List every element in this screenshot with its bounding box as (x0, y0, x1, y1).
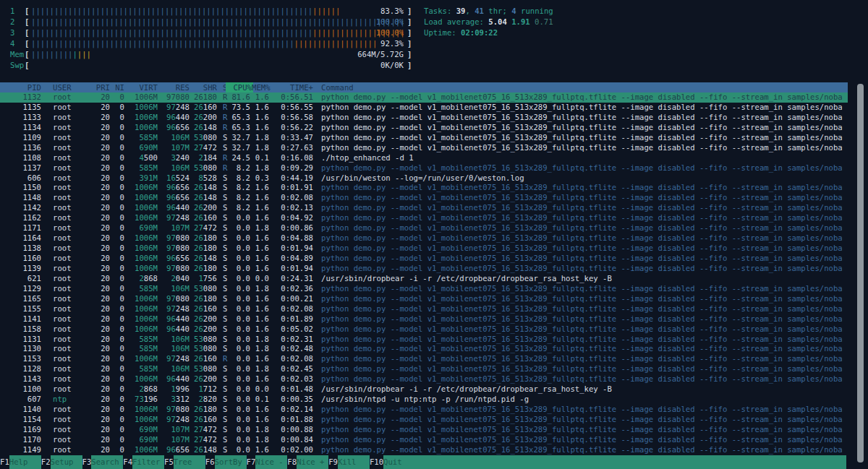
mem-pct-cell: 1.8 (252, 284, 269, 294)
fkey-f5-tree[interactable]: F5Tree (164, 455, 205, 469)
priority-cell: 20 (80, 113, 110, 123)
process-row-1154[interactable]: 1154root2001006M9724826160S0.01.60:01.88… (0, 415, 848, 425)
process-row-1170[interactable]: 1170root200690M107M27472S0.01.80:00.84py… (0, 435, 848, 445)
command-cell: python demo.py --model v1_mobilenet075_1… (321, 415, 849, 425)
shr-cell: 53080 (190, 163, 217, 173)
process-row-1129[interactable]: 1129root200585M106M53080S0.01.80:02.36py… (0, 284, 848, 294)
fkey-label: F10 (370, 455, 383, 469)
process-row-1134[interactable]: 1134root2001006M9665626148R65.31.60:56.2… (0, 123, 848, 133)
fkey-f4-filter[interactable]: F4Filter (123, 455, 164, 469)
process-row-1132[interactable]: 1132root2001006M9708026180R81.61.60:56.5… (0, 92, 848, 103)
fkey-label: F3 (82, 455, 92, 469)
column-header-pri[interactable]: PRI (80, 82, 110, 92)
shr-cell: 26180 (190, 233, 217, 244)
pid-cell: 1155 (0, 304, 41, 314)
priority-cell: 20 (80, 335, 110, 345)
process-row-1128[interactable]: 1128root200585M106M53080S0.01.80:02.45py… (0, 364, 848, 374)
priority-cell: 20 (80, 183, 110, 193)
fkey-f6-sortby[interactable]: F6SortBy (205, 455, 247, 469)
process-row-1138[interactable]: 1138root2001006M9708026180S0.01.60:01.94… (0, 244, 848, 254)
process-row-1139[interactable]: 1139root2001006M9708026180S0.01.60:01.94… (0, 264, 848, 274)
time-cell: 0:56.22 (271, 123, 313, 133)
fkey-f8-nice[interactable]: F8Nice + (287, 455, 328, 469)
fkey-f1-help[interactable]: F1Help (0, 455, 41, 469)
shr-cell: 53080 (190, 335, 217, 345)
process-row-607[interactable]: 607ntp2007319633122820S0.00.10:00.35/usr… (0, 395, 848, 405)
process-row-1162[interactable]: 1162root2001006M9724826160S0.01.60:04.92… (0, 213, 848, 223)
process-row-1155[interactable]: 1155root2001006M9724826160S0.01.60:02.08… (0, 304, 848, 314)
process-row-1153[interactable]: 1153root2001006M9724826160R0.01.60:02.08… (0, 354, 848, 364)
cpu-pct-cell: 0.0 (229, 435, 250, 445)
column-header-virt[interactable]: VIRT (127, 82, 158, 92)
virt-cell: 1006M (127, 374, 158, 384)
process-row-1141[interactable]: 1141root2001006M9644026200S0.01.60:01.89… (0, 314, 848, 324)
column-header-pid[interactable]: PID (0, 82, 41, 92)
process-row-1149[interactable]: 1149root2001006M9665626148S0.01.60:02.00… (0, 445, 848, 455)
process-row-1136[interactable]: 1136root200690M107M27472S32.71.80:27.63p… (0, 143, 848, 153)
time-cell: 0:02.08 (271, 354, 313, 364)
column-header-ni[interactable]: NI (111, 82, 124, 92)
nice-cell: 0 (111, 103, 124, 113)
process-row-1143[interactable]: 1143root2001006M9644026200S0.01.60:02.03… (0, 374, 848, 384)
time-cell: 0:33.47 (271, 133, 313, 143)
column-header-shr[interactable]: SHR (190, 82, 217, 92)
virt-cell: 690M (127, 425, 158, 435)
pid-cell: 1164 (0, 233, 41, 244)
pid-cell: 1149 (0, 445, 41, 455)
process-row-621[interactable]: 621root200286820401756S0.00.00:24.31/usr… (0, 274, 848, 284)
process-row-1150[interactable]: 1150root2001006M9665626148S8.21.60:01.91… (0, 183, 848, 193)
process-row-1164[interactable]: 1164root2001006M9708026180S0.01.60:04.88… (0, 233, 848, 244)
mem-pct-cell: 1.6 (252, 374, 269, 384)
time-cell: 0:04.92 (271, 213, 313, 223)
process-row-1148[interactable]: 1148root2001006M9665626148S8.21.60:02.08… (0, 193, 848, 203)
nice-cell: 0 (111, 193, 124, 203)
column-header-cpu[interactable]: CPU% (226, 82, 253, 92)
process-row-1137[interactable]: 1137root200585M106M53080R8.21.80:09.29py… (0, 163, 848, 173)
cpu-pct-cell: 0.0 (229, 284, 250, 294)
fkey-f2-setup[interactable]: F2Setup (41, 455, 82, 469)
meter-close-bracket: ] (407, 27, 412, 38)
process-row-1142[interactable]: 1142root2001006M9644026200S8.21.60:02.13… (0, 203, 848, 213)
process-row-1130[interactable]: 1130root200585M106M53080S0.01.80:02.48py… (0, 344, 848, 354)
priority-cell: 20 (80, 233, 110, 244)
process-row-1109[interactable]: 1109root200585M106M53080S32.71.80:33.47p… (0, 133, 848, 143)
process-row-1100[interactable]: 1100root200286819961712S0.00.00:01.48/us… (0, 384, 848, 395)
fkey-f9-kill[interactable]: F9Kill (328, 455, 370, 469)
process-row-1140[interactable]: 1140root2001006M9708026180S0.01.60:02.14… (0, 405, 848, 415)
process-row-606[interactable]: 606root200391M165248528S8.20.30:44.19/us… (0, 173, 848, 184)
process-row-1108[interactable]: 1108root200450032402184R24.50.10:16.08./… (0, 153, 848, 163)
nice-cell: 0 (111, 123, 124, 133)
pid-cell: 1158 (0, 324, 41, 335)
fkey-f3-search[interactable]: F3Search (82, 455, 124, 469)
column-header-cmd[interactable]: Command (321, 82, 849, 92)
priority-cell: 20 (80, 314, 110, 324)
column-header-res[interactable]: RES (159, 82, 190, 92)
fkey-f10-quit[interactable]: F10Quit (370, 455, 415, 469)
priority-cell: 20 (80, 364, 110, 374)
mem-pct-cell: 1.6 (252, 304, 269, 314)
priority-cell: 20 (80, 143, 110, 153)
column-header-time[interactable]: TIME+ (271, 82, 313, 92)
mem-pct-cell: 1.6 (252, 294, 269, 304)
column-header-mem[interactable]: MEM% (252, 82, 269, 92)
scrollbar-thumb[interactable] (857, 84, 864, 462)
cpu-pct-cell: 73.5 (229, 103, 250, 113)
process-row-1135[interactable]: 1135root2001006M9724826160R73.51.60:56.5… (0, 103, 848, 113)
process-row-1133[interactable]: 1133root2001006M9644026200R65.31.60:56.5… (0, 113, 848, 123)
mem-pct-cell: 1.6 (252, 183, 269, 193)
command-cell: python demo.py --model v1_mobilenet075_1… (321, 244, 849, 254)
virt-cell: 1006M (127, 354, 158, 364)
shr-cell: 26180 (190, 264, 217, 274)
process-row-1171[interactable]: 1171root200690M107M27472S0.01.80:00.86py… (0, 223, 848, 233)
process-row-1165[interactable]: 1165root2001006M9708026180S0.01.60:00.21… (0, 294, 848, 304)
process-row-1158[interactable]: 1158root2001006M9644026200S0.01.60:05.02… (0, 324, 848, 335)
process-row-1169[interactable]: 1169root200690M107M27472S0.01.80:00.88py… (0, 425, 848, 435)
nice-cell: 0 (111, 354, 124, 364)
command-cell: python demo.py --model v1_mobilenet075_1… (321, 344, 849, 354)
process-row-1160[interactable]: 1160root2001006M9665626148S0.01.60:04.89… (0, 254, 848, 264)
command-cell: python demo.py --model v1_mobilenet075_1… (321, 223, 849, 233)
pid-cell: 1135 (0, 103, 41, 113)
nice-cell: 0 (111, 415, 124, 425)
process-row-1131[interactable]: 1131root200585M106M53080S0.01.80:02.31py… (0, 335, 848, 345)
fkey-f7-nice[interactable]: F7Nice - (247, 455, 288, 469)
